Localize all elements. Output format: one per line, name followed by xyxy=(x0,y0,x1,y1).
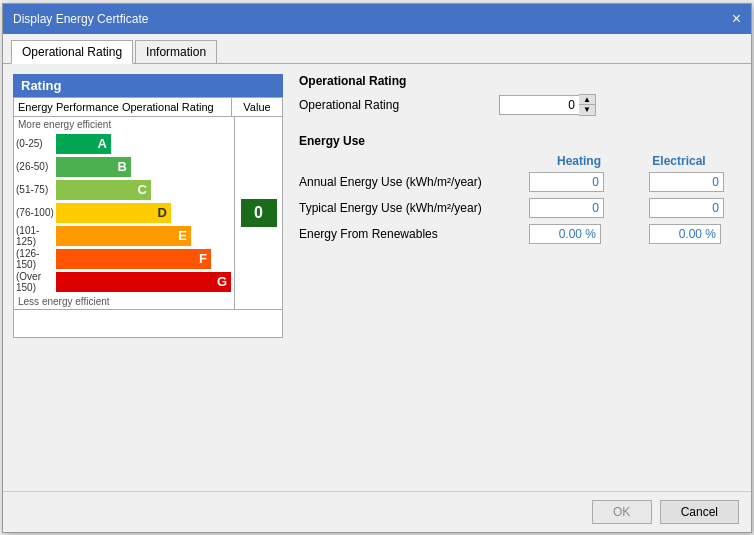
epc-panel: Rating Energy Performance Operational Ra… xyxy=(13,74,283,481)
tab-information[interactable]: Information xyxy=(135,40,217,63)
typical-energy-row: Typical Energy Use (kWh/m²/year) xyxy=(299,198,749,218)
operational-rating-input[interactable] xyxy=(499,95,579,115)
dialog-footer: OK Cancel xyxy=(3,491,751,532)
epc-band-row-g: (Over 150) G xyxy=(14,271,234,293)
renewables-heating-input[interactable] xyxy=(529,224,601,244)
energy-use-title: Energy Use xyxy=(299,134,749,148)
ok-button[interactable]: OK xyxy=(592,500,652,524)
band-bar-c: C xyxy=(56,180,151,200)
epc-header-col1: Energy Performance Operational Rating xyxy=(14,98,232,116)
epc-title: Rating xyxy=(13,74,283,97)
energy-use-section: Energy Use Heating Electrical Annual Ene… xyxy=(299,134,749,250)
band-bar-b: B xyxy=(56,157,131,177)
renewables-electrical-input[interactable] xyxy=(649,224,721,244)
annual-electrical-group xyxy=(649,172,749,192)
spinner-down-button[interactable]: ▼ xyxy=(579,105,595,115)
typical-heating-input[interactable] xyxy=(529,198,604,218)
energy-col-electrical: Electrical xyxy=(629,154,729,168)
title-bar: Display Energy Certficate × xyxy=(3,4,751,34)
energy-use-header: Heating Electrical xyxy=(299,154,749,168)
epc-table: Energy Performance Operational Rating Va… xyxy=(13,97,283,338)
epc-band-row-c: (51-75) C xyxy=(14,179,234,201)
operational-rating-section: Operational Rating Operational Rating ▲ … xyxy=(299,74,749,122)
epc-less-efficient: Less energy efficient xyxy=(14,294,234,309)
renewables-heating-group xyxy=(529,224,629,244)
epc-current-value: 0 xyxy=(241,199,277,227)
epc-band-row-e: (101-125) E xyxy=(14,225,234,247)
dialog: Display Energy Certficate × Operational … xyxy=(2,3,752,533)
spinner-buttons: ▲ ▼ xyxy=(579,94,596,116)
band-bar-e: E xyxy=(56,226,191,246)
close-button[interactable]: × xyxy=(732,10,741,28)
band-bar-g: G xyxy=(56,272,231,292)
tab-bar: Operational Rating Information xyxy=(3,34,751,64)
epc-value-section: 0 xyxy=(234,117,282,309)
epc-footer-box xyxy=(14,309,282,337)
content-area: Rating Energy Performance Operational Ra… xyxy=(3,64,751,491)
operational-rating-row: Operational Rating ▲ ▼ xyxy=(299,94,749,116)
energy-col-heating: Heating xyxy=(529,154,629,168)
band-bar-a: A xyxy=(56,134,111,154)
epc-header-col2: Value xyxy=(232,98,282,116)
cancel-button[interactable]: Cancel xyxy=(660,500,739,524)
right-panel: Operational Rating Operational Rating ▲ … xyxy=(299,74,749,481)
epc-more-efficient: More energy efficient xyxy=(14,117,234,132)
typical-energy-label: Typical Energy Use (kWh/m²/year) xyxy=(299,201,529,215)
annual-heating-input[interactable] xyxy=(529,172,604,192)
tab-operational[interactable]: Operational Rating xyxy=(11,40,133,64)
band-bar-d: D xyxy=(56,203,171,223)
epc-band-row-f: (126-150) F xyxy=(14,248,234,270)
epc-band-row-a: (0-25) A xyxy=(14,133,234,155)
epc-band-row-d: (76-100) D xyxy=(14,202,234,224)
band-bar-f: F xyxy=(56,249,211,269)
spinner-up-button[interactable]: ▲ xyxy=(579,95,595,105)
annual-energy-label: Annual Energy Use (kWh/m²/year) xyxy=(299,175,529,189)
epc-band-row-b: (26-50) B xyxy=(14,156,234,178)
operational-rating-spinner: ▲ ▼ xyxy=(499,94,596,116)
typical-electrical-input[interactable] xyxy=(649,198,724,218)
annual-electrical-input[interactable] xyxy=(649,172,724,192)
annual-energy-row: Annual Energy Use (kWh/m²/year) xyxy=(299,172,749,192)
renewables-label: Energy From Renewables xyxy=(299,227,529,241)
typical-heating-group xyxy=(529,198,629,218)
renewables-row: Energy From Renewables xyxy=(299,224,749,244)
renewables-electrical-group xyxy=(649,224,749,244)
typical-electrical-group xyxy=(649,198,749,218)
epc-header: Energy Performance Operational Rating Va… xyxy=(14,98,282,117)
dialog-title: Display Energy Certficate xyxy=(13,12,148,26)
annual-heating-group xyxy=(529,172,629,192)
operational-rating-label: Operational Rating xyxy=(299,98,499,112)
operational-section-title: Operational Rating xyxy=(299,74,749,88)
